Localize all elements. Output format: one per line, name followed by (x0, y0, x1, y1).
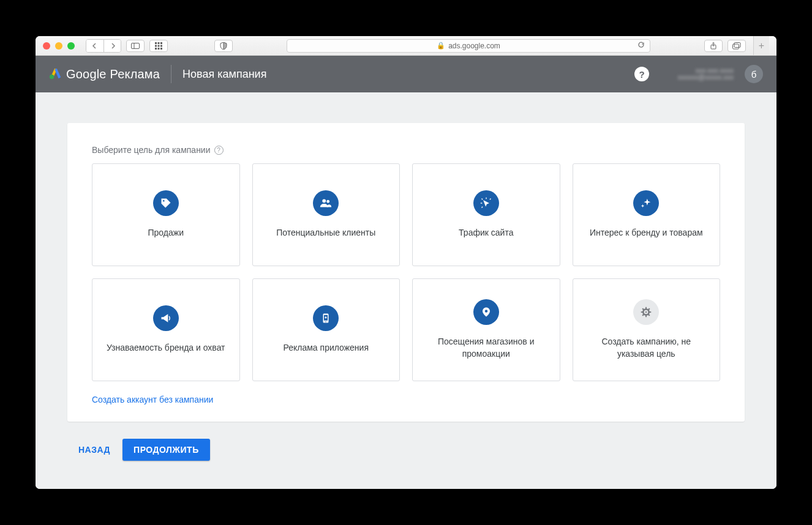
svg-rect-0 (132, 43, 140, 48)
goal-card-megaphone[interactable]: Узнаваемость бренда и охват (92, 278, 240, 381)
section-title: Выберите цель для кампании ? (92, 145, 720, 155)
address-bar[interactable]: 🔒 ads.google.com (287, 39, 650, 53)
svg-rect-7 (160, 45, 162, 47)
svg-rect-14 (734, 42, 740, 47)
nav-back-forward-group (86, 39, 121, 53)
tabs-button[interactable] (727, 40, 746, 52)
svg-rect-4 (160, 42, 162, 44)
svg-rect-3 (158, 42, 160, 44)
goal-label: Создать кампанию, не указывая цель (583, 336, 710, 360)
zoom-window-button[interactable] (67, 42, 75, 50)
browser-toolbar: 🔒 ads.google.com + (36, 36, 776, 56)
goal-label: Потенциальные клиенты (276, 227, 375, 239)
topsites-button[interactable] (149, 40, 168, 52)
svg-point-17 (323, 199, 326, 203)
minimize-window-button[interactable] (55, 42, 62, 50)
url-text: ads.google.com (448, 42, 500, 50)
svg-rect-5 (155, 45, 157, 47)
click-icon (473, 190, 499, 216)
header-right: ? ххх-ххх-хххх хххххх@ххххх.ххх б (634, 65, 763, 83)
pin-icon (473, 299, 499, 325)
sparkle-icon (633, 190, 659, 216)
account-avatar[interactable]: б (745, 65, 763, 83)
goal-label: Узнаваемость бренда и охват (107, 342, 225, 354)
app-frame: Google Реклама Новая кампания ? ххх-ххх-… (36, 56, 776, 489)
ads-logo-text: Google Реклама (66, 67, 160, 81)
back-button[interactable]: НАЗАД (75, 440, 114, 460)
shield-button[interactable] (214, 40, 233, 52)
section-title-text: Выберите цель для кампании (92, 145, 211, 155)
svg-line-23 (481, 207, 483, 208)
goal-card-click[interactable]: Трафик сайта (412, 163, 560, 266)
header-divider (171, 65, 171, 83)
svg-line-21 (481, 199, 483, 200)
lock-icon: 🔒 (437, 42, 445, 50)
phone-icon (313, 305, 339, 331)
continue-button[interactable]: ПРОДОЛЖИТЬ (122, 439, 210, 461)
goal-card-phone[interactable]: Реклама приложения (252, 278, 400, 381)
toolbar-right (704, 40, 746, 52)
new-tab-button[interactable]: + (753, 36, 769, 55)
people-icon (313, 190, 339, 216)
svg-rect-8 (155, 48, 157, 50)
goal-label: Продажи (148, 227, 184, 239)
goal-label: Интерес к бренду и товарам (590, 227, 703, 239)
svg-rect-10 (160, 48, 162, 50)
svg-point-27 (485, 310, 488, 313)
svg-point-18 (327, 200, 330, 203)
close-window-button[interactable] (43, 42, 50, 50)
buttons-row: НАЗАД ПРОДОЛЖИТЬ (67, 439, 745, 461)
goal-card-people[interactable]: Потенциальные клиенты (252, 163, 400, 266)
page-title: Новая кампания (182, 68, 266, 81)
svg-rect-13 (733, 44, 739, 49)
help-button[interactable]: ? (634, 67, 649, 81)
browser-window: 🔒 ads.google.com + Google Реклама Новая … (36, 36, 776, 489)
svg-rect-2 (155, 42, 157, 44)
goal-card-sparkle[interactable]: Интерес к бренду и товарам (573, 163, 721, 266)
ads-logo-icon (49, 66, 62, 82)
campaign-goal-card: Выберите цель для кампании ? ПродажиПоте… (67, 123, 745, 422)
svg-point-16 (163, 200, 165, 202)
goals-grid: ПродажиПотенциальные клиентыТрафик сайта… (92, 163, 720, 381)
gear-icon (633, 299, 659, 325)
back-button[interactable] (86, 40, 103, 52)
info-icon[interactable]: ? (214, 146, 224, 155)
goal-card-tag[interactable]: Продажи (92, 163, 240, 266)
forward-button[interactable] (103, 40, 121, 52)
app-header: Google Реклама Новая кампания ? ххх-ххх-… (36, 56, 776, 92)
svg-line-22 (490, 199, 491, 200)
create-account-without-campaign-link[interactable]: Создать аккаунт без кампании (92, 395, 720, 404)
google-ads-logo[interactable]: Google Реклама (49, 66, 160, 82)
goal-card-pin[interactable]: Посещения магазинов и промоакции (412, 278, 560, 381)
svg-point-26 (326, 321, 327, 322)
svg-rect-9 (158, 48, 160, 50)
goal-card-gear[interactable]: Создать кампанию, не указывая цель (573, 278, 721, 381)
share-button[interactable] (704, 40, 723, 52)
account-info-obscured[interactable]: ххх-ххх-хххх хххххх@ххххх.ххх (660, 67, 734, 81)
content-area: Выберите цель для кампании ? ПродажиПоте… (36, 92, 776, 489)
svg-rect-6 (158, 45, 160, 47)
megaphone-icon (153, 305, 179, 331)
goal-label: Посещения магазинов и промоакции (423, 336, 550, 360)
svg-point-15 (50, 75, 54, 79)
window-controls (43, 42, 75, 50)
tag-icon (153, 190, 179, 216)
reload-icon[interactable] (637, 41, 645, 50)
goal-label: Трафик сайта (459, 227, 513, 239)
sidebar-toggle-button[interactable] (126, 40, 145, 52)
goal-label: Реклама приложения (284, 342, 369, 354)
